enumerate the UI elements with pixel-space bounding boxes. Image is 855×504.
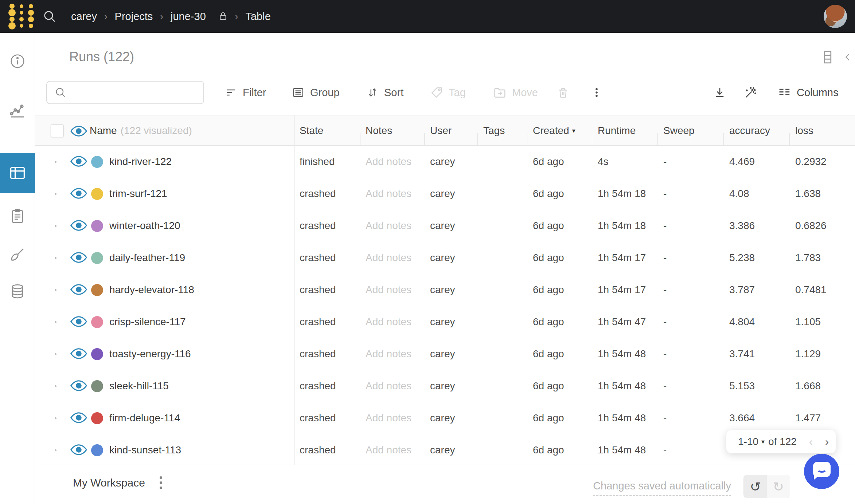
sidebar-item-info[interactable] — [0, 44, 35, 79]
cell-notes[interactable]: Add notes — [366, 242, 411, 274]
cell-user[interactable]: carey — [430, 274, 455, 306]
cell-notes[interactable]: Add notes — [366, 210, 411, 242]
column-header-sweep[interactable]: Sweep — [663, 115, 695, 146]
column-header-runtime[interactable]: Runtime — [598, 115, 636, 146]
workspace-switcher[interactable]: My Workspace — [73, 476, 162, 489]
columns-button[interactable]: Columns — [777, 82, 838, 103]
run-name-link[interactable]: hardy-elevator-118 — [109, 274, 194, 306]
visibility-eye-icon[interactable] — [70, 125, 87, 137]
cell-notes[interactable]: Add notes — [366, 274, 411, 306]
search-icon[interactable] — [42, 9, 57, 24]
cell-notes[interactable]: Add notes — [366, 370, 411, 402]
sidebar-item-artifacts[interactable] — [0, 274, 35, 309]
delete-button[interactable] — [557, 82, 570, 103]
drag-handle[interactable] — [55, 289, 56, 291]
breadcrumb-item-june-30[interactable]: june-30 — [171, 11, 206, 23]
visibility-eye-icon[interactable] — [70, 252, 87, 263]
drag-handle[interactable] — [55, 417, 56, 419]
more-actions-button[interactable] — [590, 82, 603, 103]
run-row[interactable]: firm-deluge-114crashedAdd notescarey6d a… — [0, 402, 855, 434]
sidebar-item-table[interactable] — [0, 153, 35, 193]
column-header-state[interactable]: State — [300, 115, 323, 146]
cell-user[interactable]: carey — [430, 242, 455, 274]
visibility-eye-icon[interactable] — [70, 412, 87, 424]
cell-notes[interactable]: Add notes — [366, 306, 411, 338]
collapse-panel-icon[interactable] — [843, 52, 853, 62]
column-header-loss[interactable]: loss — [795, 115, 813, 146]
sidebar-item-notes[interactable] — [0, 198, 35, 233]
cell-user[interactable]: carey — [430, 370, 455, 402]
magic-wand-button[interactable] — [743, 82, 758, 103]
cell-user[interactable]: carey — [430, 146, 455, 178]
sort-button[interactable]: Sort — [366, 82, 403, 103]
column-header-tags[interactable]: Tags — [483, 115, 505, 146]
cell-user[interactable]: carey — [430, 338, 455, 370]
run-row[interactable]: daily-feather-119crashedAdd notescarey6d… — [0, 242, 855, 274]
run-name-link[interactable]: trim-surf-121 — [109, 178, 167, 210]
export-button[interactable] — [713, 82, 727, 103]
drag-handle[interactable] — [55, 449, 56, 451]
cell-notes[interactable]: Add notes — [366, 434, 411, 465]
run-row[interactable]: hardy-elevator-118crashedAdd notescarey6… — [0, 274, 855, 306]
cell-user[interactable]: carey — [430, 434, 455, 465]
drag-handle[interactable] — [55, 193, 56, 195]
chat-launcher-button[interactable] — [804, 454, 839, 489]
visibility-eye-icon[interactable] — [70, 444, 87, 456]
sidebar-item-charts[interactable] — [0, 93, 35, 128]
run-name-link[interactable]: toasty-energy-116 — [109, 338, 191, 370]
run-name-link[interactable]: kind-sunset-113 — [109, 434, 181, 465]
redo-button[interactable]: ↻ — [767, 475, 790, 498]
visibility-eye-icon[interactable] — [70, 155, 87, 167]
column-header-notes[interactable]: Notes — [366, 115, 392, 146]
drag-handle[interactable] — [55, 353, 56, 355]
column-header-user[interactable]: User — [430, 115, 452, 146]
workspace-kebab-icon[interactable] — [160, 476, 162, 489]
breadcrumb-item-Table[interactable]: Table — [245, 11, 270, 23]
avatar[interactable] — [824, 5, 847, 28]
tag-button[interactable]: Tag — [430, 82, 466, 103]
run-name-link[interactable]: firm-deluge-114 — [109, 402, 180, 434]
cell-user[interactable]: carey — [430, 306, 455, 338]
drag-handle[interactable] — [55, 385, 56, 387]
cell-notes[interactable]: Add notes — [366, 338, 411, 370]
run-name-link[interactable]: kind-river-122 — [109, 146, 172, 178]
cell-notes[interactable]: Add notes — [366, 402, 411, 434]
cell-user[interactable]: carey — [430, 178, 455, 210]
visibility-eye-icon[interactable] — [70, 380, 87, 391]
drag-handle[interactable] — [55, 225, 56, 227]
cell-notes[interactable]: Add notes — [366, 146, 411, 178]
column-header-accuracy[interactable]: accuracy — [729, 115, 770, 146]
page-size-select[interactable]: 1-10▾ — [738, 436, 765, 448]
run-name-link[interactable]: sleek-hill-115 — [109, 370, 169, 402]
cell-user[interactable]: carey — [430, 402, 455, 434]
select-all-checkbox[interactable] — [51, 124, 64, 137]
visibility-eye-icon[interactable] — [70, 348, 87, 359]
run-row[interactable]: winter-oath-120crashedAdd notescarey6d a… — [0, 210, 855, 242]
runs-search-input[interactable] — [73, 87, 193, 99]
wandb-logo[interactable] — [7, 3, 36, 30]
group-button[interactable]: Group — [292, 82, 340, 103]
run-row[interactable]: crisp-silence-117crashedAdd notescarey6d… — [0, 306, 855, 338]
drag-handle[interactable] — [55, 321, 56, 323]
run-row[interactable]: trim-surf-121crashedAdd notescarey6d ago… — [0, 178, 855, 210]
panel-layout-icon[interactable] — [822, 50, 833, 65]
run-row[interactable]: kind-river-122finishedAdd notescarey6d a… — [0, 146, 855, 178]
run-name-link[interactable]: daily-feather-119 — [109, 242, 185, 274]
visibility-eye-icon[interactable] — [70, 188, 87, 199]
run-name-link[interactable]: winter-oath-120 — [109, 210, 180, 242]
move-button[interactable]: Move — [493, 82, 538, 103]
visibility-eye-icon[interactable] — [70, 220, 87, 231]
run-name-link[interactable]: crisp-silence-117 — [109, 306, 186, 338]
column-header-created[interactable]: Created▾ — [533, 115, 575, 146]
filter-button[interactable]: Filter — [225, 82, 266, 103]
drag-handle[interactable] — [55, 161, 56, 163]
next-page-button[interactable]: › — [825, 436, 829, 448]
drag-handle[interactable] — [55, 257, 56, 259]
prev-page-button[interactable]: ‹ — [809, 436, 813, 448]
breadcrumb-item-carey[interactable]: carey — [71, 11, 97, 23]
cell-user[interactable]: carey — [430, 210, 455, 242]
visibility-eye-icon[interactable] — [70, 316, 87, 327]
visibility-eye-icon[interactable] — [70, 284, 87, 295]
sidebar-item-sweeps[interactable] — [0, 237, 35, 272]
undo-button[interactable]: ↺ — [744, 475, 767, 498]
